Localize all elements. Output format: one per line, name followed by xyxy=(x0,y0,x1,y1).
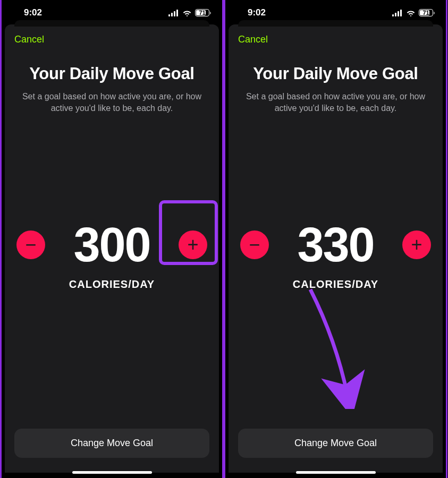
status-time: 9:02 xyxy=(248,7,266,18)
minus-icon: − xyxy=(249,235,260,254)
change-move-goal-button[interactable]: Change Move Goal xyxy=(14,429,209,458)
battery-indicator: 71 xyxy=(419,9,433,16)
wifi-icon xyxy=(406,10,416,16)
goal-value: 330 xyxy=(297,221,374,269)
decrement-button[interactable]: − xyxy=(240,231,269,259)
plus-icon: + xyxy=(187,235,198,254)
plus-icon: + xyxy=(411,235,422,254)
status-indicators: 71 xyxy=(392,9,433,16)
change-move-goal-button[interactable]: Change Move Goal xyxy=(238,429,433,458)
svg-rect-6 xyxy=(398,11,399,16)
svg-rect-4 xyxy=(392,14,394,16)
phone-screen-left: 9:02 71 Cancel Your Daily Move Goal Set … xyxy=(0,0,224,478)
status-time: 9:02 xyxy=(24,7,42,18)
goal-unit: CALORIES/DAY xyxy=(293,278,378,291)
phone-screen-right: 9:02 71 Cancel Your Daily Move Goal Set … xyxy=(224,0,447,478)
goal-value: 300 xyxy=(73,221,150,269)
cancel-button[interactable]: Cancel xyxy=(238,34,268,45)
page-title: Your Daily Move Goal xyxy=(14,64,209,83)
modal-sheet: Cancel Your Daily Move Goal Set a goal b… xyxy=(229,24,443,473)
home-indicator[interactable] xyxy=(296,471,376,474)
svg-rect-7 xyxy=(400,10,402,16)
goal-stepper: − 300 + CALORIES/DAY xyxy=(14,83,209,429)
cellular-signal-icon xyxy=(168,10,179,16)
modal-sheet: Cancel Your Daily Move Goal Set a goal b… xyxy=(5,24,219,473)
increment-button[interactable]: + xyxy=(179,231,207,259)
svg-rect-0 xyxy=(168,14,170,16)
battery-indicator: 71 xyxy=(195,9,209,16)
svg-rect-2 xyxy=(174,11,175,16)
svg-rect-3 xyxy=(176,10,178,16)
increment-button[interactable]: + xyxy=(402,231,431,259)
wifi-icon xyxy=(182,10,192,16)
home-indicator[interactable] xyxy=(72,471,152,474)
status-indicators: 71 xyxy=(168,9,209,16)
minus-icon: − xyxy=(25,235,36,254)
cellular-signal-icon xyxy=(392,10,403,16)
svg-rect-1 xyxy=(171,13,173,16)
status-bar: 9:02 71 xyxy=(225,0,446,22)
decrement-button[interactable]: − xyxy=(16,231,45,259)
goal-stepper: − 330 + CALORIES/DAY xyxy=(238,83,433,429)
svg-rect-5 xyxy=(395,13,396,16)
cancel-button[interactable]: Cancel xyxy=(14,34,44,45)
page-title: Your Daily Move Goal xyxy=(238,64,433,83)
goal-unit: CALORIES/DAY xyxy=(69,278,155,291)
status-bar: 9:02 71 xyxy=(2,0,222,22)
